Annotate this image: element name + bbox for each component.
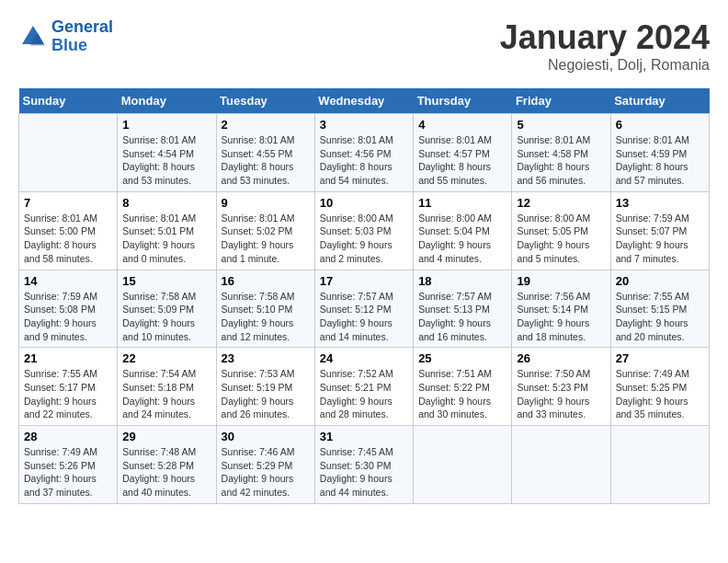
calendar-cell: 21Sunrise: 7:55 AMSunset: 5:17 PMDayligh…: [19, 348, 118, 426]
day-detail: Sunrise: 7:49 AMSunset: 5:25 PMDaylight:…: [616, 367, 704, 421]
day-detail: Sunrise: 7:55 AMSunset: 5:17 PMDaylight:…: [24, 367, 112, 421]
day-detail: Sunrise: 8:01 AMSunset: 4:58 PMDaylight:…: [517, 133, 605, 188]
day-detail: Sunrise: 8:00 AMSunset: 5:04 PMDaylight:…: [418, 212, 506, 266]
calendar-cell: 23Sunrise: 7:53 AMSunset: 5:19 PMDayligh…: [216, 348, 314, 426]
day-detail: Sunrise: 8:00 AMSunset: 5:05 PMDaylight:…: [517, 212, 605, 266]
day-number: 27: [616, 351, 704, 365]
calendar-cell: 27Sunrise: 7:49 AMSunset: 5:25 PMDayligh…: [610, 348, 709, 426]
day-detail: Sunrise: 7:51 AMSunset: 5:22 PMDaylight:…: [418, 367, 506, 421]
day-detail: Sunrise: 8:01 AMSunset: 5:00 PMDaylight:…: [24, 212, 112, 266]
subtitle: Negoiesti, Dolj, Romania: [500, 57, 710, 74]
calendar-cell: 28Sunrise: 7:49 AMSunset: 5:26 PMDayligh…: [19, 426, 118, 504]
calendar-cell: 11Sunrise: 8:00 AMSunset: 5:04 PMDayligh…: [414, 191, 512, 270]
day-detail: Sunrise: 8:01 AMSunset: 4:59 PMDaylight:…: [616, 133, 704, 188]
calendar-cell: 30Sunrise: 7:46 AMSunset: 5:29 PMDayligh…: [216, 426, 314, 504]
weekday-header-saturday: Saturday: [610, 88, 709, 114]
day-detail: Sunrise: 7:55 AMSunset: 5:15 PMDaylight:…: [616, 290, 704, 344]
day-detail: Sunrise: 8:01 AMSunset: 4:55 PMDaylight:…: [222, 133, 310, 188]
weekday-header-sunday: Sunday: [19, 88, 118, 114]
calendar-cell: 6Sunrise: 8:01 AMSunset: 4:59 PMDaylight…: [610, 114, 709, 192]
day-detail: Sunrise: 8:01 AMSunset: 4:56 PMDaylight:…: [320, 133, 408, 188]
day-number: 5: [517, 118, 605, 132]
calendar-cell: 9Sunrise: 8:01 AMSunset: 5:02 PMDaylight…: [216, 191, 314, 270]
calendar-cell: 3Sunrise: 8:01 AMSunset: 4:56 PMDaylight…: [314, 114, 413, 192]
calendar-cell: 1Sunrise: 8:01 AMSunset: 4:54 PMDaylight…: [118, 114, 216, 192]
calendar-cell: 15Sunrise: 7:58 AMSunset: 5:09 PMDayligh…: [118, 270, 216, 348]
day-number: 28: [24, 430, 112, 443]
day-number: 24: [320, 351, 408, 365]
day-detail: Sunrise: 7:58 AMSunset: 5:09 PMDaylight:…: [122, 290, 210, 344]
calendar-cell: 17Sunrise: 7:57 AMSunset: 5:12 PMDayligh…: [314, 270, 413, 348]
calendar-cell: 16Sunrise: 7:58 AMSunset: 5:10 PMDayligh…: [216, 270, 314, 348]
day-detail: Sunrise: 7:52 AMSunset: 5:21 PMDaylight:…: [320, 367, 408, 421]
calendar-cell: [414, 426, 512, 504]
calendar-cell: [19, 114, 118, 192]
weekday-header-row: SundayMondayTuesdayWednesdayThursdayFrid…: [19, 88, 710, 114]
calendar-cell: [610, 426, 709, 504]
calendar-week-4: 21Sunrise: 7:55 AMSunset: 5:17 PMDayligh…: [19, 348, 710, 426]
day-number: 19: [517, 274, 605, 288]
day-detail: Sunrise: 7:59 AMSunset: 5:08 PMDaylight:…: [24, 290, 112, 344]
day-number: 4: [418, 118, 506, 132]
weekday-header-thursday: Thursday: [414, 88, 512, 114]
day-number: 17: [320, 274, 408, 288]
weekday-header-friday: Friday: [512, 88, 610, 114]
calendar-week-5: 28Sunrise: 7:49 AMSunset: 5:26 PMDayligh…: [19, 426, 710, 504]
calendar-cell: 10Sunrise: 8:00 AMSunset: 5:03 PMDayligh…: [314, 191, 413, 270]
calendar-cell: 19Sunrise: 7:56 AMSunset: 5:14 PMDayligh…: [512, 270, 610, 348]
day-number: 10: [320, 196, 408, 210]
day-number: 7: [24, 196, 112, 210]
day-detail: Sunrise: 8:00 AMSunset: 5:03 PMDaylight:…: [320, 212, 408, 266]
day-detail: Sunrise: 8:01 AMSunset: 4:54 PMDaylight:…: [122, 133, 210, 188]
calendar-week-2: 7Sunrise: 8:01 AMSunset: 5:00 PMDaylight…: [19, 191, 710, 270]
logo-line1: General: [51, 17, 113, 36]
day-number: 21: [24, 351, 112, 365]
weekday-header-tuesday: Tuesday: [216, 88, 314, 114]
day-number: 18: [418, 274, 506, 288]
day-detail: Sunrise: 8:01 AMSunset: 5:02 PMDaylight:…: [222, 212, 310, 266]
day-number: 3: [320, 118, 408, 132]
day-number: 30: [222, 430, 310, 443]
day-number: 1: [122, 118, 210, 132]
logo-text: General Blue: [51, 18, 113, 55]
calendar-cell: 12Sunrise: 8:00 AMSunset: 5:05 PMDayligh…: [512, 191, 610, 270]
calendar-cell: 4Sunrise: 8:01 AMSunset: 4:57 PMDaylight…: [414, 114, 512, 192]
day-number: 13: [616, 196, 704, 210]
day-detail: Sunrise: 7:49 AMSunset: 5:26 PMDaylight:…: [24, 445, 112, 500]
calendar-cell: 31Sunrise: 7:45 AMSunset: 5:30 PMDayligh…: [314, 426, 413, 504]
day-number: 23: [222, 351, 310, 365]
calendar-table: SundayMondayTuesdayWednesdayThursdayFrid…: [18, 88, 710, 504]
calendar-cell: 25Sunrise: 7:51 AMSunset: 5:22 PMDayligh…: [414, 348, 512, 426]
page-header: General Blue January 2024 Negoiesti, Dol…: [18, 18, 710, 74]
day-detail: Sunrise: 7:48 AMSunset: 5:28 PMDaylight:…: [122, 445, 210, 500]
day-detail: Sunrise: 7:57 AMSunset: 5:12 PMDaylight:…: [320, 290, 408, 344]
day-number: 26: [517, 351, 605, 365]
calendar-cell: 8Sunrise: 8:01 AMSunset: 5:01 PMDaylight…: [118, 191, 216, 270]
main-title: January 2024: [500, 18, 710, 57]
weekday-header-wednesday: Wednesday: [314, 88, 413, 114]
calendar-cell: 18Sunrise: 7:57 AMSunset: 5:13 PMDayligh…: [414, 270, 512, 348]
day-number: 15: [122, 274, 210, 288]
day-number: 22: [122, 351, 210, 365]
calendar-cell: [512, 426, 610, 504]
calendar-week-3: 14Sunrise: 7:59 AMSunset: 5:08 PMDayligh…: [19, 270, 710, 348]
day-detail: Sunrise: 7:45 AMSunset: 5:30 PMDaylight:…: [320, 445, 408, 500]
day-number: 2: [222, 118, 310, 132]
calendar-cell: 5Sunrise: 8:01 AMSunset: 4:58 PMDaylight…: [512, 114, 610, 192]
calendar-cell: 13Sunrise: 7:59 AMSunset: 5:07 PMDayligh…: [610, 191, 709, 270]
calendar-cell: 26Sunrise: 7:50 AMSunset: 5:23 PMDayligh…: [512, 348, 610, 426]
day-number: 9: [222, 196, 310, 210]
day-detail: Sunrise: 7:57 AMSunset: 5:13 PMDaylight:…: [418, 290, 506, 344]
calendar-cell: 20Sunrise: 7:55 AMSunset: 5:15 PMDayligh…: [610, 270, 709, 348]
calendar-cell: 2Sunrise: 8:01 AMSunset: 4:55 PMDaylight…: [216, 114, 314, 192]
calendar-cell: 14Sunrise: 7:59 AMSunset: 5:08 PMDayligh…: [19, 270, 118, 348]
day-number: 25: [418, 351, 506, 365]
day-number: 14: [24, 274, 112, 288]
day-number: 11: [418, 196, 506, 210]
day-number: 8: [122, 196, 210, 210]
day-detail: Sunrise: 7:56 AMSunset: 5:14 PMDaylight:…: [517, 290, 605, 344]
day-detail: Sunrise: 8:01 AMSunset: 5:01 PMDaylight:…: [122, 212, 210, 266]
day-number: 29: [122, 430, 210, 443]
day-detail: Sunrise: 7:54 AMSunset: 5:18 PMDaylight:…: [122, 367, 210, 421]
day-detail: Sunrise: 8:01 AMSunset: 4:57 PMDaylight:…: [418, 133, 506, 188]
